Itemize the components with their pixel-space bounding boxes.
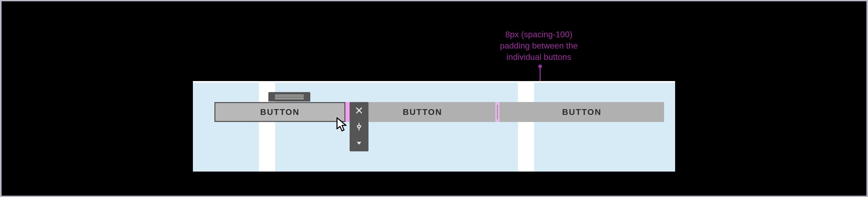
grid-column-guide [518, 83, 534, 172]
floating-toolbar [350, 102, 369, 151]
figure-frame: 8px (spacing-100) padding between the in… [2, 1, 866, 196]
spacing-gap-highlight [495, 102, 499, 122]
button-label: BUTTON [562, 107, 602, 117]
button-row: BUTTON BUTTON BUTTON [214, 102, 664, 122]
annotation-line-1: 8px (spacing-100) [481, 29, 596, 40]
drag-handle[interactable] [268, 92, 310, 102]
button-label: BUTTON [403, 107, 442, 117]
button-3[interactable]: BUTTON [499, 102, 664, 122]
annotation-line-3: individual buttons [481, 51, 596, 63]
annotation-line-2: padding between the [481, 40, 596, 51]
spacing-annotation: 8px (spacing-100) padding between the in… [481, 29, 596, 63]
spacing-gap-highlight [345, 102, 350, 122]
ui-mock-canvas: BUTTON BUTTON BUTTON [193, 81, 675, 172]
button-2[interactable]: BUTTON [350, 102, 495, 122]
button-label: BUTTON [260, 107, 300, 117]
button-1-selected[interactable]: BUTTON [214, 102, 345, 122]
close-icon[interactable] [354, 105, 364, 116]
chevron-down-icon[interactable] [354, 138, 364, 148]
pin-icon[interactable] [354, 121, 364, 132]
